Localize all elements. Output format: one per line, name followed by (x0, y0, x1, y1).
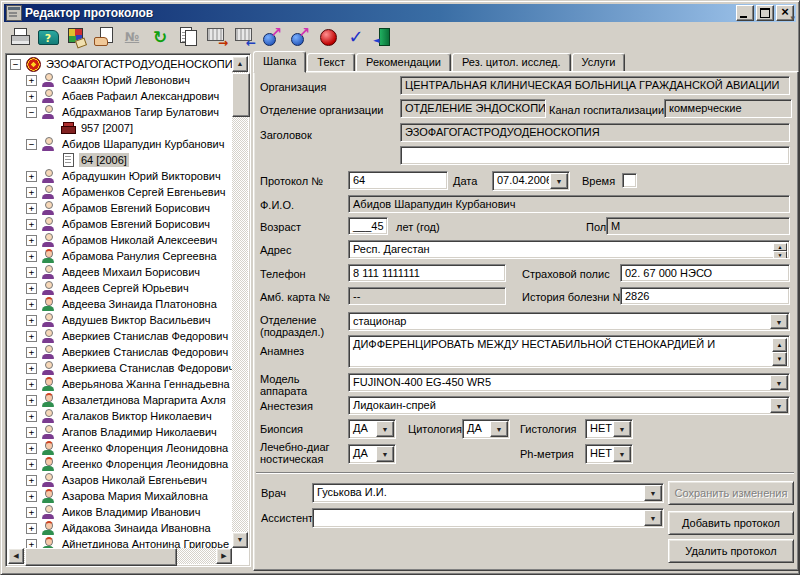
tree-item[interactable]: +Аверкиева Станислав Федорович (8, 360, 232, 376)
time-checkbox[interactable] (622, 173, 637, 188)
minimize-icon[interactable] (736, 5, 754, 21)
record-icon[interactable] (316, 25, 340, 49)
settings-icon[interactable] (64, 25, 88, 49)
expand-toggle-icon[interactable]: − (26, 107, 37, 118)
tree-item[interactable]: +Азарова Мария Михайловна (8, 488, 232, 504)
expand-toggle-icon[interactable]: + (26, 251, 37, 262)
print-icon[interactable] (8, 25, 32, 49)
expand-toggle-icon[interactable]: − (10, 59, 21, 70)
expand-toggle-icon[interactable]: + (26, 475, 37, 486)
org-field[interactable]: ЦЕНТРАЛЬНАЯ КЛИНИЧЕСКАЯ БОЛЬНИЦА ГРАЖДАН… (400, 76, 790, 95)
save-changes-button[interactable]: Сохранить изменения (668, 481, 794, 505)
anamnesis-field[interactable]: ДИФФЕРЕНЦИРОВАТЬ МЕЖДУ НЕСТАБИЛЬНОЙ СТЕН… (348, 335, 790, 368)
form-export-icon[interactable] (204, 25, 228, 49)
header-field-2[interactable] (400, 146, 790, 165)
expand-toggle-icon[interactable]: + (26, 171, 37, 182)
department-combo[interactable]: стационар ▼ (348, 312, 790, 331)
tree-item[interactable]: +Абрамов Николай Алексеевич (8, 232, 232, 248)
tab-5[interactable]: Услуги (572, 53, 626, 72)
confirm-icon[interactable]: ✓ (344, 25, 368, 49)
expand-toggle-icon[interactable]: + (26, 219, 37, 230)
age-field[interactable]: ___45 (348, 217, 388, 235)
expand-toggle-icon[interactable]: + (26, 91, 37, 102)
tree-item[interactable]: +Абраменков Сергей Евгеньевич (8, 184, 232, 200)
expand-toggle-icon[interactable]: + (26, 427, 37, 438)
expand-toggle-icon[interactable]: + (26, 443, 37, 454)
expand-toggle-icon[interactable]: − (26, 139, 37, 150)
therapeutic-combo[interactable]: ДА ▼ (348, 444, 396, 464)
scroll-up-icon[interactable]: ▲ (772, 338, 787, 352)
assistant-combo[interactable]: ▼ (312, 508, 664, 528)
date-combo[interactable]: 07.04.2006 ▼ (492, 171, 570, 191)
expand-toggle-icon[interactable]: + (26, 459, 37, 470)
expand-toggle-icon[interactable]: + (26, 379, 37, 390)
cytology-dropdown-icon[interactable]: ▼ (490, 421, 508, 437)
address-spinner[interactable]: ▲▼ (773, 243, 787, 256)
protocol-no-field[interactable]: 64 (348, 171, 448, 190)
expand-toggle-icon[interactable]: + (26, 203, 37, 214)
tree-item[interactable]: +Авдушев Виктор Васильевич (8, 312, 232, 328)
date-dropdown-icon[interactable]: ▼ (550, 173, 568, 189)
phone-field[interactable]: 8 111 1111111 (348, 264, 506, 282)
tab-3[interactable]: Рекомендации (356, 53, 451, 72)
expand-toggle-icon[interactable]: + (26, 315, 37, 326)
tree-item[interactable]: +Аверкиев Станислав Федорович (8, 328, 232, 344)
expand-toggle-icon[interactable]: + (26, 299, 37, 310)
tree-item[interactable]: −Абидов Шарапудин Курбанович (8, 136, 232, 152)
expand-toggle-icon[interactable]: + (26, 539, 37, 549)
insurance-field[interactable]: 02. 67 000 НЭСО (620, 264, 790, 282)
scroll-up-icon[interactable]: ▲ (232, 56, 248, 72)
spin-down-icon[interactable]: ▼ (773, 251, 787, 259)
data-export-icon[interactable] (260, 25, 284, 49)
tree-item[interactable]: 64 [2006] (8, 152, 232, 168)
expand-toggle-icon[interactable]: + (26, 363, 37, 374)
tree-item[interactable]: +Агалаков Виктор Николаевич (8, 408, 232, 424)
tree-item[interactable]: +Абрамов Евгений Борисович (8, 200, 232, 216)
anesthesia-combo[interactable]: Лидокаин-спрей ▼ (348, 396, 790, 415)
amb-card-field[interactable]: -- (348, 287, 506, 305)
expand-toggle-icon[interactable]: + (26, 267, 37, 278)
sex-field[interactable]: М (606, 217, 790, 235)
device-model-combo[interactable]: FUJINON-400 EG-450 WR5 ▼ (348, 373, 790, 392)
expand-toggle-icon[interactable]: + (26, 235, 37, 246)
maximize-icon[interactable] (756, 5, 774, 21)
scroll-left-icon[interactable]: ◀ (8, 548, 24, 564)
doctor-dropdown-icon[interactable]: ▼ (644, 485, 662, 501)
numbering-icon[interactable]: № (120, 25, 144, 49)
anamnesis-scrollbar[interactable]: ▲▼ (772, 338, 787, 365)
department-dropdown-icon[interactable]: ▼ (770, 314, 788, 329)
tree-item[interactable]: +Аверьянова Жанна Геннадьевна (8, 376, 232, 392)
expand-toggle-icon[interactable]: + (26, 507, 37, 518)
tree-item[interactable]: +Абрамова Ранулия Сергеевна (8, 248, 232, 264)
ph-metry-dropdown-icon[interactable]: ▼ (613, 446, 631, 462)
paste-document-icon[interactable] (92, 25, 116, 49)
tree-item[interactable]: −Абдрахманов Тагир Булатович (8, 104, 232, 120)
tree-item[interactable]: +Азаров Николай Евгеньевич (8, 472, 232, 488)
exit-icon[interactable] (372, 25, 396, 49)
expand-toggle-icon[interactable]: + (26, 491, 37, 502)
tree-horizontal-scrollbar[interactable]: ◀ ▶ (8, 548, 232, 564)
expand-toggle-icon[interactable]: + (26, 75, 37, 86)
tree-item[interactable]: +Айнетдинова Антонина Григорье (8, 536, 232, 548)
tab-2[interactable]: Текст (307, 53, 355, 72)
tree-item[interactable]: +Агеенко Флоренция Леонидовна (8, 456, 232, 472)
expand-toggle-icon[interactable]: + (26, 347, 37, 358)
form-import-icon[interactable] (232, 25, 256, 49)
tree-item[interactable]: +Айдакова Зинаида Ивановна (8, 520, 232, 536)
therapeutic-dropdown-icon[interactable]: ▼ (376, 446, 394, 462)
tree-item[interactable]: +Аиков Владимир Иванович (8, 504, 232, 520)
assistant-dropdown-icon[interactable]: ▼ (644, 510, 662, 526)
hosp-channel-field[interactable]: коммерческие (664, 99, 792, 118)
tree-item[interactable]: +Аверкиев Станислав Федорович (8, 344, 232, 360)
ph-metry-combo[interactable]: НЕТ ▼ (585, 444, 633, 464)
tree-item[interactable]: 957 [2007] (8, 120, 232, 136)
tree-item[interactable]: +Абрамов Евгений Борисович (8, 216, 232, 232)
tree-item[interactable]: +Абаев Рафаил Александрович (8, 88, 232, 104)
expand-toggle-icon[interactable]: + (26, 523, 37, 534)
anesthesia-dropdown-icon[interactable]: ▼ (770, 398, 788, 413)
expand-toggle-icon[interactable]: + (26, 283, 37, 294)
tree-item[interactable]: +Авдеев Михаил Борисович (8, 264, 232, 280)
delete-protocol-button[interactable]: Удалить протокол (668, 539, 794, 563)
device-model-dropdown-icon[interactable]: ▼ (770, 375, 788, 390)
dept-org-field[interactable]: ОТДЕЛЕНИЕ ЭНДОСКОПИИ (400, 99, 546, 118)
